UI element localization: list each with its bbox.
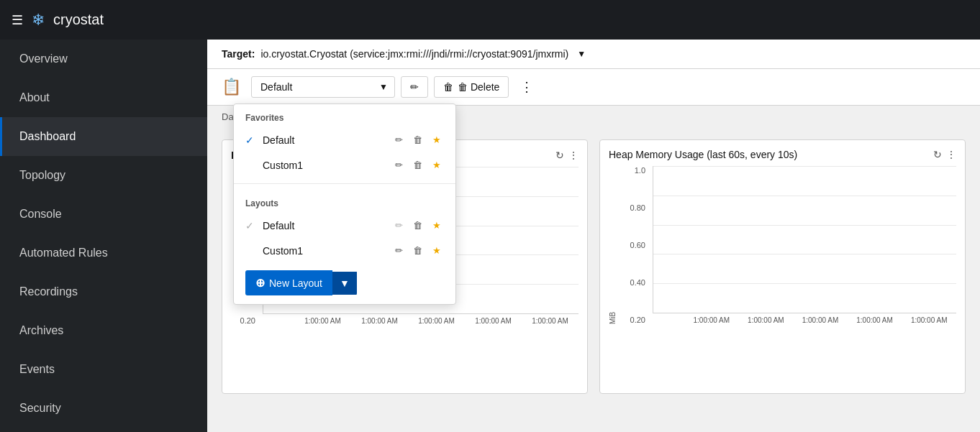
sidebar-item-label: Archives: [19, 324, 63, 336]
sidebar-item-events[interactable]: Events: [0, 350, 207, 389]
layout-dropdown-menu: Favorites ✓ Default ✏ 🗑 ★ Custom1 ✏ 🗑 ★: [233, 104, 456, 305]
trash-icon[interactable]: 🗑: [410, 244, 425, 257]
x-label: 1:00:00 AM: [361, 317, 398, 325]
check-icon: ✓: [245, 220, 258, 231]
x-label: 1:00:00 AM: [748, 316, 784, 324]
chart-kebab-button[interactable]: ⋮: [568, 150, 579, 161]
app-title: cryostat: [53, 12, 104, 28]
sidebar-item-label: Topology: [19, 169, 65, 181]
new-layout-button-group: ⊕ New Layout ▼: [245, 270, 357, 295]
dropdown-layout-default[interactable]: ✓ Default ✏ 🗑 ★: [234, 213, 455, 238]
chart-actions-proc: ↻ ⋮: [555, 150, 579, 161]
star-icon[interactable]: ★: [430, 158, 444, 172]
chart-plot-heap: [653, 166, 956, 313]
sidebar-item-label: Recordings: [19, 285, 78, 298]
sidebar-item-label: Console: [19, 208, 62, 220]
chart-kebab-button[interactable]: ⋮: [946, 149, 956, 160]
hamburger-menu[interactable]: ☰: [12, 12, 23, 28]
chart-refresh-button[interactable]: ↻: [555, 150, 564, 161]
dropdown-item-name: Default: [263, 134, 388, 146]
main-content: Target: io.cryostat.Cryostat (service:jm…: [207, 40, 980, 432]
sidebar-item-topology[interactable]: Topology: [0, 156, 207, 195]
sidebar-item-label: Events: [19, 363, 55, 375]
app-layout: Overview About Dashboard Topology Consol…: [0, 40, 980, 432]
sidebar: Overview About Dashboard Topology Consol…: [0, 40, 207, 432]
sidebar-item-label: Security: [19, 402, 61, 414]
dropdown-favorite-default[interactable]: ✓ Default ✏ 🗑 ★: [234, 127, 455, 152]
sidebar-item-label: Automated Rules: [19, 247, 108, 259]
x-label: 1:00:00 AM: [694, 316, 730, 324]
dropdown-item-name: Custom1: [263, 160, 388, 171]
sidebar-item-label: Overview: [19, 52, 68, 65]
sidebar-item-label: About: [19, 91, 50, 104]
sidebar-item-label: Dashboard: [19, 130, 76, 142]
chart-title-heap: Heap Memory Usage (last 60s, every 10s): [609, 149, 797, 160]
target-dropdown-chevron[interactable]: ▼: [577, 49, 586, 59]
book-add-icon: 📋: [222, 78, 241, 96]
chart-actions-heap: ↻ ⋮: [933, 149, 956, 160]
sidebar-item-recordings[interactable]: Recordings: [0, 272, 207, 311]
favorites-section-label: Favorites: [234, 104, 455, 127]
sidebar-item-archives[interactable]: Archives: [0, 311, 207, 350]
plus-icon: ⊕: [255, 276, 265, 290]
chart-refresh-button[interactable]: ↻: [933, 149, 942, 160]
dropdown-item-name: Custom1: [263, 245, 388, 257]
y-axis-heap: 1.0 0.80 0.60 0.40 0.20: [621, 166, 650, 324]
new-layout-label: New Layout: [269, 277, 322, 289]
x-label: 1:00:00 AM: [802, 316, 839, 324]
trash-icon: 🗑: [443, 81, 453, 93]
new-layout-caret-button[interactable]: ▼: [332, 272, 357, 295]
target-label: Target:: [222, 48, 255, 60]
x-label: 1:00:00 AM: [418, 317, 455, 325]
pencil-icon[interactable]: ✏: [392, 133, 406, 147]
top-nav: ☰ ❄ cryostat: [0, 0, 980, 40]
sidebar-item-automated-rules[interactable]: Automated Rules: [0, 234, 207, 272]
check-icon: [245, 160, 258, 171]
sidebar-item-overview[interactable]: Overview: [0, 40, 207, 78]
chart-body-heap: MiB 1.0 0.80 0.60 0.40 0.20: [609, 166, 956, 324]
y-label: 1.0: [635, 166, 645, 175]
pencil-icon[interactable]: ✏: [392, 244, 406, 257]
sidebar-item-about[interactable]: About: [0, 78, 207, 117]
delete-label: 🗑 Delete: [458, 81, 499, 93]
rename-button[interactable]: ✏: [401, 76, 428, 98]
trash-icon[interactable]: 🗑: [410, 158, 425, 172]
x-label: 1:00:00 AM: [856, 316, 893, 324]
y-label: 0.40: [630, 278, 645, 287]
dropdown-layout-custom1[interactable]: Custom1 ✏ 🗑 ★: [234, 238, 455, 263]
star-icon[interactable]: ★: [430, 219, 444, 232]
layouts-section-label: Layouts: [234, 190, 455, 213]
trash-icon[interactable]: 🗑: [410, 219, 425, 232]
target-bar: Target: io.cryostat.Cryostat (service:jm…: [207, 40, 980, 69]
dropdown-item-name: Default: [263, 220, 388, 231]
x-axis-proc: 1:00:00 AM 1:00:00 AM 1:00:00 AM 1:00:00…: [263, 317, 579, 325]
target-value: io.cryostat.Cryostat (service:jmx:rmi://…: [260, 48, 568, 60]
y-label: 0.20: [630, 316, 645, 324]
trash-icon[interactable]: 🗑: [410, 133, 425, 147]
y-unit-heap: MiB: [609, 166, 617, 324]
pencil-icon[interactable]: ✏: [392, 158, 406, 172]
y-label: 0.20: [240, 316, 255, 325]
sidebar-item-console[interactable]: Console: [0, 195, 207, 234]
check-icon: ✓: [245, 134, 258, 146]
chart-header-heap: Heap Memory Usage (last 60s, every 10s) …: [609, 149, 956, 160]
star-icon[interactable]: ★: [430, 244, 444, 257]
delete-button[interactable]: 🗑 🗑 Delete: [434, 76, 509, 98]
check-icon: [245, 245, 258, 257]
x-label: 1:00:00 AM: [911, 316, 948, 324]
layout-select[interactable]: Default Custom1: [251, 76, 395, 98]
x-label: 1:00:00 AM: [304, 317, 341, 325]
x-axis-heap: 1:00:00 AM 1:00:00 AM 1:00:00 AM 1:00:00…: [653, 316, 956, 324]
star-icon[interactable]: ★: [430, 133, 444, 147]
sidebar-item-security[interactable]: Security: [0, 389, 207, 428]
kebab-menu-button[interactable]: ⋮: [514, 76, 539, 98]
layout-select-wrapper: Default Custom1 ▼: [251, 76, 395, 98]
pencil-icon[interactable]: ✏: [392, 219, 406, 232]
sidebar-item-dashboard[interactable]: Dashboard: [0, 117, 207, 156]
dropdown-favorite-custom1[interactable]: Custom1 ✏ 🗑 ★: [234, 152, 455, 178]
y-label: 0.60: [630, 241, 645, 249]
dropdown-divider: [234, 183, 455, 184]
chart-card-heap: Heap Memory Usage (last 60s, every 10s) …: [599, 139, 966, 394]
dashboard-toolbar: 📋 Default Custom1 ▼ ✏ 🗑 🗑 Delete ⋮ Favor…: [207, 69, 980, 106]
new-layout-main-button[interactable]: ⊕ New Layout: [245, 270, 332, 295]
